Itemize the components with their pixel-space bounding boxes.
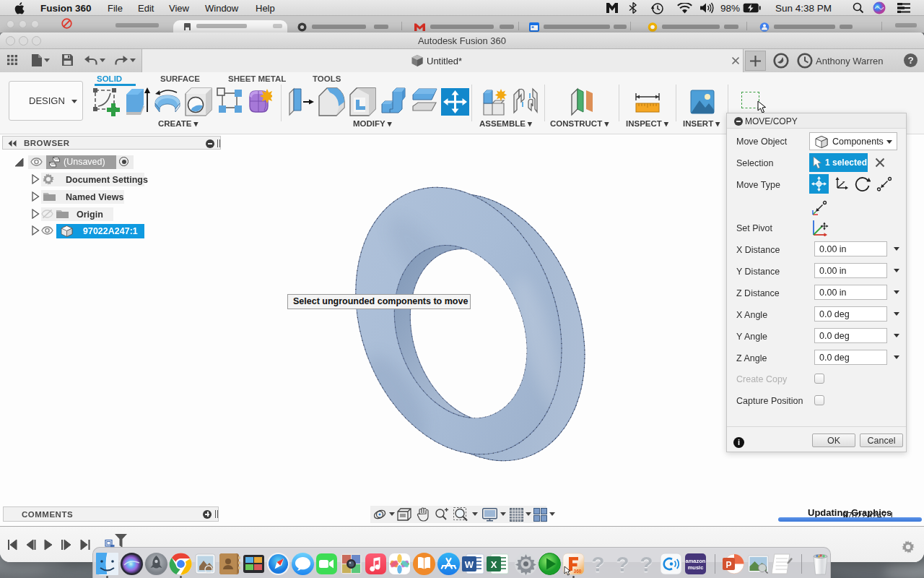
svg-text:music: music (688, 564, 704, 571)
svg-text:P: P (725, 560, 731, 570)
svg-text:360: 360 (574, 569, 582, 574)
svg-text:amazon: amazon (686, 558, 706, 564)
svg-text:W: W (465, 559, 474, 570)
svg-text:X: X (491, 559, 497, 570)
